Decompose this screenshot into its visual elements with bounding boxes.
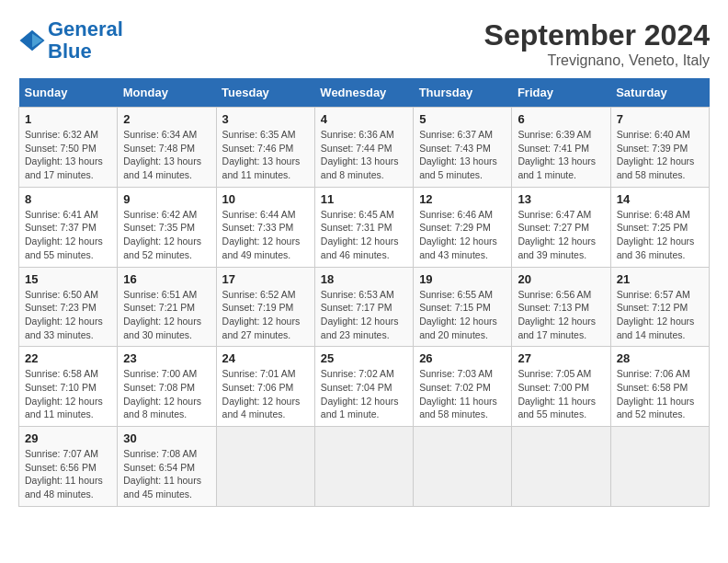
table-row: 15Sunrise: 6:50 AMSunset: 7:23 PMDayligh… xyxy=(19,267,710,347)
month-title: September 2024 xyxy=(484,18,710,52)
col-saturday: Saturday xyxy=(610,78,709,108)
calendar-cell xyxy=(414,427,512,507)
calendar-cell: 2Sunrise: 6:34 AMSunset: 7:48 PMDaylight… xyxy=(118,108,216,188)
calendar-cell: 16Sunrise: 6:51 AMSunset: 7:21 PMDayligh… xyxy=(118,267,216,347)
calendar-cell: 26Sunrise: 7:03 AMSunset: 7:02 PMDayligh… xyxy=(414,347,512,427)
calendar-cell xyxy=(314,427,413,507)
col-thursday: Thursday xyxy=(414,78,512,108)
calendar-cell xyxy=(512,427,610,507)
calendar-cell: 3Sunrise: 6:35 AMSunset: 7:46 PMDaylight… xyxy=(216,108,314,188)
calendar-cell: 4Sunrise: 6:36 AMSunset: 7:44 PMDaylight… xyxy=(314,108,413,188)
col-monday: Monday xyxy=(118,78,216,108)
logo-text: General Blue xyxy=(48,18,123,63)
col-tuesday: Tuesday xyxy=(216,78,314,108)
page-header: General Blue September 2024 Trevignano, … xyxy=(18,18,710,69)
col-sunday: Sunday xyxy=(19,78,118,108)
calendar-cell: 19Sunrise: 6:55 AMSunset: 7:15 PMDayligh… xyxy=(414,267,512,347)
header-row: Sunday Monday Tuesday Wednesday Thursday… xyxy=(19,78,710,108)
calendar-cell: 7Sunrise: 6:40 AMSunset: 7:39 PMDaylight… xyxy=(610,108,709,188)
calendar-cell: 17Sunrise: 6:52 AMSunset: 7:19 PMDayligh… xyxy=(216,267,314,347)
calendar-cell: 12Sunrise: 6:46 AMSunset: 7:29 PMDayligh… xyxy=(414,187,512,267)
calendar-cell: 9Sunrise: 6:42 AMSunset: 7:35 PMDaylight… xyxy=(118,187,216,267)
calendar-cell: 21Sunrise: 6:57 AMSunset: 7:12 PMDayligh… xyxy=(610,267,709,347)
location-subtitle: Trevignano, Veneto, Italy xyxy=(484,52,710,69)
calendar-cell: 29Sunrise: 7:07 AMSunset: 6:56 PMDayligh… xyxy=(19,427,118,507)
calendar-cell: 5Sunrise: 6:37 AMSunset: 7:43 PMDaylight… xyxy=(414,108,512,188)
table-row: 8Sunrise: 6:41 AMSunset: 7:37 PMDaylight… xyxy=(19,187,710,267)
col-wednesday: Wednesday xyxy=(314,78,413,108)
calendar-table: Sunday Monday Tuesday Wednesday Thursday… xyxy=(18,78,710,507)
calendar-cell: 11Sunrise: 6:45 AMSunset: 7:31 PMDayligh… xyxy=(314,187,413,267)
calendar-cell: 24Sunrise: 7:01 AMSunset: 7:06 PMDayligh… xyxy=(216,347,314,427)
calendar-cell xyxy=(216,427,314,507)
col-friday: Friday xyxy=(512,78,610,108)
calendar-cell: 6Sunrise: 6:39 AMSunset: 7:41 PMDaylight… xyxy=(512,108,610,188)
calendar-cell: 18Sunrise: 6:53 AMSunset: 7:17 PMDayligh… xyxy=(314,267,413,347)
calendar-cell: 1Sunrise: 6:32 AMSunset: 7:50 PMDaylight… xyxy=(19,108,118,188)
table-row: 22Sunrise: 6:58 AMSunset: 7:10 PMDayligh… xyxy=(19,347,710,427)
calendar-cell: 27Sunrise: 7:05 AMSunset: 7:00 PMDayligh… xyxy=(512,347,610,427)
calendar-cell: 15Sunrise: 6:50 AMSunset: 7:23 PMDayligh… xyxy=(19,267,118,347)
calendar-cell xyxy=(610,427,709,507)
calendar-cell: 22Sunrise: 6:58 AMSunset: 7:10 PMDayligh… xyxy=(19,347,118,427)
calendar-cell: 14Sunrise: 6:48 AMSunset: 7:25 PMDayligh… xyxy=(610,187,709,267)
calendar-cell: 23Sunrise: 7:00 AMSunset: 7:08 PMDayligh… xyxy=(118,347,216,427)
calendar-cell: 10Sunrise: 6:44 AMSunset: 7:33 PMDayligh… xyxy=(216,187,314,267)
calendar-cell: 8Sunrise: 6:41 AMSunset: 7:37 PMDaylight… xyxy=(19,187,118,267)
logo: General Blue xyxy=(18,18,123,63)
calendar-cell: 25Sunrise: 7:02 AMSunset: 7:04 PMDayligh… xyxy=(314,347,413,427)
table-row: 1Sunrise: 6:32 AMSunset: 7:50 PMDaylight… xyxy=(19,108,710,188)
calendar-cell: 13Sunrise: 6:47 AMSunset: 7:27 PMDayligh… xyxy=(512,187,610,267)
title-area: September 2024 Trevignano, Veneto, Italy xyxy=(484,18,710,69)
calendar-cell: 28Sunrise: 7:06 AMSunset: 6:58 PMDayligh… xyxy=(610,347,709,427)
calendar-cell: 20Sunrise: 6:56 AMSunset: 7:13 PMDayligh… xyxy=(512,267,610,347)
logo-icon xyxy=(18,27,46,54)
table-row: 29Sunrise: 7:07 AMSunset: 6:56 PMDayligh… xyxy=(19,427,710,507)
calendar-cell: 30Sunrise: 7:08 AMSunset: 6:54 PMDayligh… xyxy=(118,427,216,507)
